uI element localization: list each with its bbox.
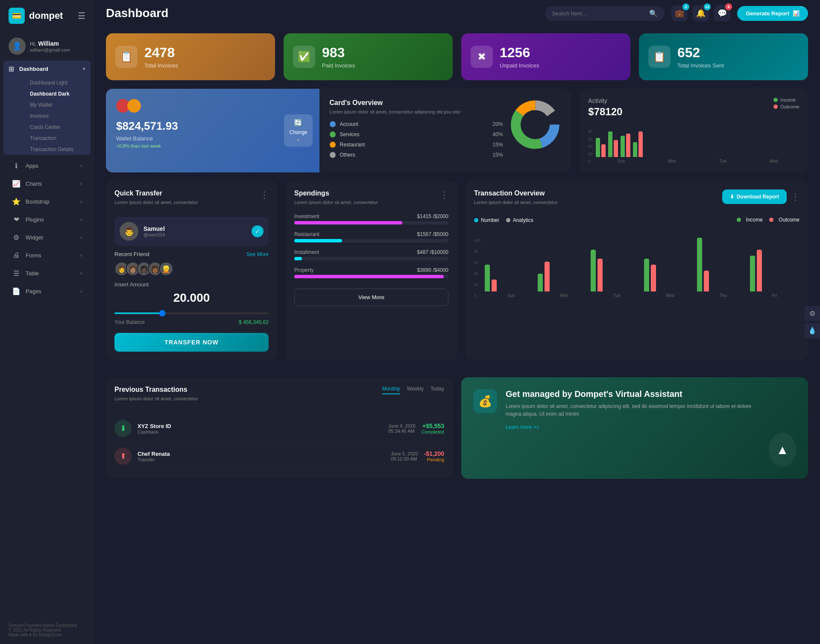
transfer-user-info: Samuel @sum224 [144, 225, 165, 237]
sidebar-item-bootstrap[interactable]: ⭐ Bootstrap › [3, 193, 91, 210]
wallet-and-overview: $824,571.93 Wallet Balance +0.8% than la… [106, 89, 571, 172]
tx-type-chef: Transfer [138, 457, 385, 462]
sidebar-item-widget[interactable]: ⚙ Widget › [3, 229, 91, 246]
prog-bar-property [294, 275, 448, 278]
bell-badge: 12 [704, 3, 711, 10]
logo-text: dompet [29, 10, 63, 21]
outcome-bar-thu [704, 271, 709, 291]
sidebar-item-table[interactable]: ☰ Table › [3, 265, 91, 282]
sidebar-item-transaction[interactable]: Transaction [26, 133, 91, 144]
table-icon: ☰ [12, 269, 20, 277]
outcome-bar-tue [626, 134, 630, 157]
sidebar-item-apps[interactable]: ℹ Apps › [3, 157, 91, 174]
recent-friend-label: Recent Friend [114, 251, 149, 257]
chevron-right-icon: › [80, 181, 82, 186]
account-dot [330, 121, 336, 127]
tx-result-xyz: +$5,553 Completed [422, 423, 444, 434]
income-bar-wed [644, 259, 649, 291]
transfer-user-handle: @sum224 [144, 232, 165, 237]
activity-info: Activity $78120 [588, 97, 622, 118]
va-desc: Lorem ipsum dolor sit amet, consectetur … [506, 402, 760, 418]
income-bar-tue [591, 250, 596, 291]
generate-report-button[interactable]: Generate Report 📊 [737, 6, 808, 21]
paid-invoices-icon: ✅ [293, 46, 315, 68]
overview-row-restaurant: Restaurant 15% [330, 142, 503, 148]
stat-info-sent: 652 Total Invoices Sent [677, 45, 724, 69]
activity-header: Activity $78120 Income Outcome [588, 97, 800, 118]
sidebar-item-charts[interactable]: 📈 Charts › [3, 175, 91, 192]
settings-float-button[interactable]: ⚙ [805, 306, 820, 321]
sidebar-item-dashboard-dark[interactable]: Dashboard Dark [26, 88, 91, 99]
filter-float-button[interactable]: 💧 [805, 323, 820, 338]
sidebar-item-dashboard[interactable]: ⊞ Dashboard ▾ Dashboard Light Dashboard … [3, 61, 91, 155]
sidebar-item-my-wallet[interactable]: My Wallet [26, 99, 91, 111]
outcome-dot [773, 105, 778, 109]
outcome-bar-sun [492, 280, 497, 291]
tx-chart-container: 020406080100 [474, 228, 800, 298]
change-button[interactable]: 🔄 Change ▾ [284, 114, 312, 147]
search-input[interactable] [552, 10, 646, 17]
transfer-now-button[interactable]: TRANSFER NOW [114, 333, 269, 352]
view-more-button[interactable]: View More [294, 288, 448, 306]
label-fri: Fri [772, 293, 777, 298]
avatar: 👤 [9, 38, 26, 55]
sidebar-item-invoices[interactable]: Invoices [26, 111, 91, 122]
sidebar-item-cards-center[interactable]: Cards Center [26, 122, 91, 133]
sidebar-item-transaction-details[interactable]: Transaction Details [26, 144, 91, 155]
income-bar-sun [485, 265, 490, 291]
prev-transactions-section: Previous Transactions Lorem ipsum dolor … [106, 377, 453, 479]
donut-chart [510, 99, 561, 152]
income-bar-fri [750, 256, 755, 291]
filter-tab-monthly[interactable]: Monthly [382, 386, 400, 394]
transfer-menu-icon[interactable]: ⋮ [260, 189, 269, 200]
spending-label-investment: Investment [294, 213, 319, 219]
transfer-user-name: Samuel [144, 225, 165, 232]
big-y-axis: 020406080100 [474, 238, 483, 298]
chat-button[interactable]: 💬 8 [714, 5, 730, 21]
generate-report-label: Generate Report [746, 10, 789, 17]
topbar-icons: 💼 2 🔔 12 💬 8 [671, 5, 730, 21]
filter-tab-today[interactable]: Today [430, 386, 444, 394]
spendings-info: Spendings Lorem ipsum dolor sit amet, co… [294, 189, 378, 212]
services-label: Services [340, 131, 489, 137]
income-legend: Income [773, 97, 800, 102]
spendings-menu-icon[interactable]: ⋮ [440, 189, 448, 200]
bar-group-mon [608, 131, 618, 157]
stat-info-total: 2478 Total Invoices [144, 45, 178, 69]
income-dot [773, 98, 778, 102]
topbar: Dashboard 🔍 💼 2 🔔 12 💬 8 Generate Report… [94, 0, 820, 26]
tx-menu-icon[interactable]: ⋮ [791, 192, 800, 202]
filter-tab-weekly[interactable]: Weekly [407, 386, 424, 394]
big-bar-labels: Sun Mon Tue Wed Thu Fri [485, 293, 800, 298]
hamburger-icon[interactable]: ☰ [78, 11, 85, 21]
prev-tx-desc: Lorem ipsum dolor sit amet, consectetur [114, 396, 198, 401]
restaurant-pct: 15% [492, 142, 503, 148]
label-mon: Mon [668, 159, 676, 163]
stat-info-paid: 983 Paid Invoices [322, 45, 355, 69]
sidebar-item-plugins[interactable]: ❤ Plugins › [3, 211, 91, 228]
see-more-link[interactable]: See More [246, 251, 269, 257]
chevron-right-icon: › [80, 163, 82, 168]
spendings-section: Spendings Lorem ipsum dolor sit amet, co… [286, 181, 457, 360]
download-report-button[interactable]: ⬇ Download Report [722, 189, 787, 204]
widget-label: Widget [26, 234, 43, 241]
spendings-title: Spendings [294, 189, 378, 197]
bell-button[interactable]: 🔔 12 [693, 5, 709, 21]
activity-title: Activity [588, 97, 622, 104]
label-tue: Tue [719, 159, 726, 163]
va-learn-more-link[interactable]: Learn more >> [506, 424, 539, 430]
chevron-right-icon: › [80, 271, 82, 276]
chevron-right-icon: › [80, 253, 82, 258]
sidebar-item-dashboard-light[interactable]: Dashboard Light [26, 77, 91, 88]
charts-icon: 📈 [12, 179, 20, 188]
outcome-bar-mon [545, 262, 550, 291]
stat-card-sent-invoices: 📋 652 Total Invoices Sent [639, 33, 808, 80]
amount-slider[interactable] [114, 312, 269, 314]
briefcase-button[interactable]: 💼 2 [671, 5, 688, 21]
bar-group-sun [485, 265, 534, 291]
tx-desc: Lorem ipsum dolor sit amet, consectetur [474, 200, 558, 205]
unpaid-invoices-number: 1256 [500, 45, 539, 61]
sidebar-item-forms[interactable]: 🖨 Forms › [3, 247, 91, 264]
sidebar-item-pages[interactable]: 📄 Pages › [3, 283, 91, 300]
chevron-right-icon: › [80, 217, 82, 222]
